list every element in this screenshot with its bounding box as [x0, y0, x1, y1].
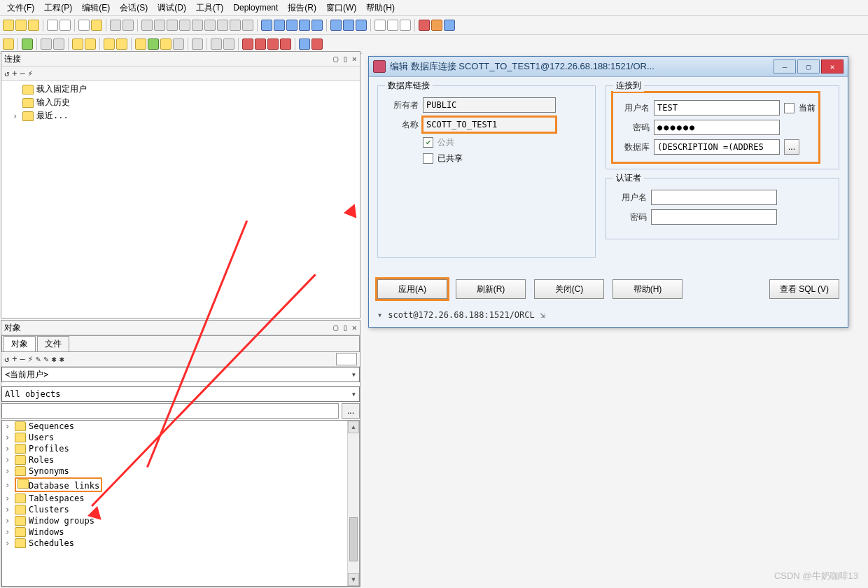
obj-tree-item[interactable]: ›Tablespaces — [2, 493, 347, 504]
scroll-down-icon[interactable]: ▼ — [348, 573, 359, 586]
conn-user-field[interactable] — [654, 100, 780, 115]
panel-close-icon[interactable]: ✕ — [352, 323, 357, 332]
grey1-icon[interactable] — [211, 38, 222, 50]
obj-tree-item[interactable]: ›Sequences — [2, 421, 347, 432]
bookmark-icon[interactable] — [230, 20, 241, 31]
expand-icon[interactable]: › — [5, 444, 12, 454]
expand-icon[interactable]: › — [5, 466, 12, 476]
refresh-button[interactable]: 刷新(R) — [456, 279, 526, 299]
expand-icon[interactable]: › — [5, 480, 12, 490]
drum4-icon[interactable] — [116, 38, 127, 50]
list4-icon[interactable] — [299, 20, 310, 31]
player2-icon[interactable] — [343, 20, 354, 31]
expand-icon[interactable]: › — [5, 433, 12, 442]
doc-icon[interactable] — [431, 20, 442, 31]
saveall-icon[interactable] — [59, 20, 71, 31]
drum2-icon[interactable] — [85, 38, 96, 50]
current-checkbox[interactable] — [784, 103, 794, 113]
print-icon[interactable] — [78, 20, 90, 31]
paste2-icon[interactable] — [179, 20, 190, 31]
expand-icon[interactable]: › — [5, 421, 12, 431]
obj-tree-item[interactable]: ›Database links — [2, 477, 347, 493]
obj-scrollbar[interactable]: ▲ ▼ — [347, 421, 359, 586]
owner-field[interactable] — [423, 97, 556, 113]
expand-icon[interactable]: › — [5, 493, 12, 503]
maximize-button[interactable]: ▢ — [797, 59, 820, 74]
expand-icon[interactable]: › — [5, 516, 12, 526]
obj-remove-icon[interactable]: – — [20, 354, 24, 364]
obj-tree-item[interactable]: ›Clusters — [2, 504, 347, 515]
expand-icon[interactable]: › — [5, 505, 12, 514]
db-browse-button[interactable]: ... — [784, 139, 799, 155]
redo-icon[interactable] — [122, 20, 134, 31]
name-field[interactable] — [423, 117, 556, 132]
mix4-icon[interactable] — [173, 38, 184, 50]
obj-refresh-icon[interactable]: ↺ — [4, 354, 9, 364]
obj-tree-item[interactable]: ›Synonyms — [2, 465, 347, 477]
conn-pwd-field[interactable] — [654, 120, 780, 135]
replace-icon[interactable] — [204, 20, 216, 31]
expand-icon[interactable]: › — [5, 455, 12, 465]
arrow1-icon[interactable] — [299, 38, 310, 50]
menu-project[interactable]: 工程(P) — [40, 1, 76, 15]
list1-icon[interactable] — [261, 20, 272, 31]
view-sql-button[interactable]: 查看 SQL (V) — [769, 279, 839, 299]
win3-icon[interactable] — [400, 20, 411, 31]
open-icon[interactable] — [15, 20, 27, 31]
mix3-icon[interactable] — [160, 38, 172, 50]
player3-icon[interactable] — [356, 20, 367, 31]
win1-icon[interactable] — [374, 20, 386, 31]
obj-edit-icon[interactable]: ✎ — [36, 354, 41, 364]
obj-add-icon[interactable]: + — [12, 354, 17, 364]
public-checkbox[interactable]: ✔ — [423, 137, 433, 148]
conn-db-field[interactable] — [654, 139, 780, 155]
apply-button[interactable]: 应用(A) — [377, 279, 447, 299]
tree-item-label[interactable]: 载入固定用户 — [36, 83, 87, 95]
menu-debug[interactable]: 调试(D) — [153, 1, 190, 15]
help-button[interactable]: 帮助(H) — [612, 279, 682, 299]
obj-search-box[interactable] — [336, 353, 357, 365]
obj-star-icon[interactable]: ✱ — [51, 354, 56, 364]
undo-icon[interactable] — [110, 20, 121, 31]
obj-tree-item[interactable]: ›Schedules — [2, 538, 347, 549]
menu-file[interactable]: 文件(F) — [3, 1, 38, 15]
obj-star2-icon[interactable]: ✱ — [59, 354, 64, 364]
r2-icon[interactable] — [255, 38, 266, 50]
t2b-icon[interactable] — [53, 38, 64, 50]
menu-session[interactable]: 会话(S) — [115, 1, 152, 15]
panel-min-icon[interactable]: ▢ — [333, 54, 338, 64]
auth-pwd-field[interactable] — [651, 209, 777, 225]
obj-tree-item[interactable]: ›Window groups — [2, 515, 347, 526]
list3-icon[interactable] — [286, 20, 298, 31]
tab-objects[interactable]: 对象 — [4, 336, 36, 351]
menu-report[interactable]: 报告(R) — [284, 1, 321, 15]
obj-tree-item[interactable]: ›Users — [2, 432, 347, 443]
panel-pin-icon[interactable]: ▯ — [343, 54, 348, 64]
drum3-icon[interactable] — [104, 38, 115, 50]
shared-checkbox[interactable] — [423, 153, 433, 164]
r3-icon[interactable] — [267, 38, 279, 50]
mix2-icon[interactable] — [148, 38, 159, 50]
grey2-icon[interactable] — [223, 38, 234, 50]
close-button[interactable]: ✕ — [821, 59, 844, 74]
expand-icon[interactable]: › — [5, 527, 12, 537]
close-button[interactable]: 关闭(C) — [534, 279, 604, 299]
menu-edit[interactable]: 编辑(E) — [78, 1, 114, 15]
panel-pin-icon[interactable]: ▯ — [343, 323, 348, 332]
drum1-icon[interactable] — [72, 38, 83, 50]
tab-files[interactable]: 文件 — [37, 336, 69, 351]
obj-tree-item[interactable]: ›Profiles — [2, 443, 347, 454]
expand-icon[interactable]: › — [5, 538, 12, 548]
red-icon[interactable] — [419, 20, 430, 31]
mix1-icon[interactable] — [135, 38, 146, 50]
findnext-icon[interactable] — [217, 20, 228, 31]
print2-icon[interactable] — [91, 20, 102, 31]
r1-icon[interactable] — [242, 38, 253, 50]
arrow2-icon[interactable] — [312, 38, 323, 50]
pin-icon[interactable]: ⇲ — [540, 310, 545, 320]
refresh-icon[interactable]: ↺ — [4, 69, 9, 78]
obj-tree-item[interactable]: ›Windows — [2, 526, 347, 538]
minimize-button[interactable]: — — [774, 59, 796, 74]
tree-item-label[interactable]: 最近... — [36, 110, 69, 122]
find-icon[interactable] — [192, 20, 203, 31]
